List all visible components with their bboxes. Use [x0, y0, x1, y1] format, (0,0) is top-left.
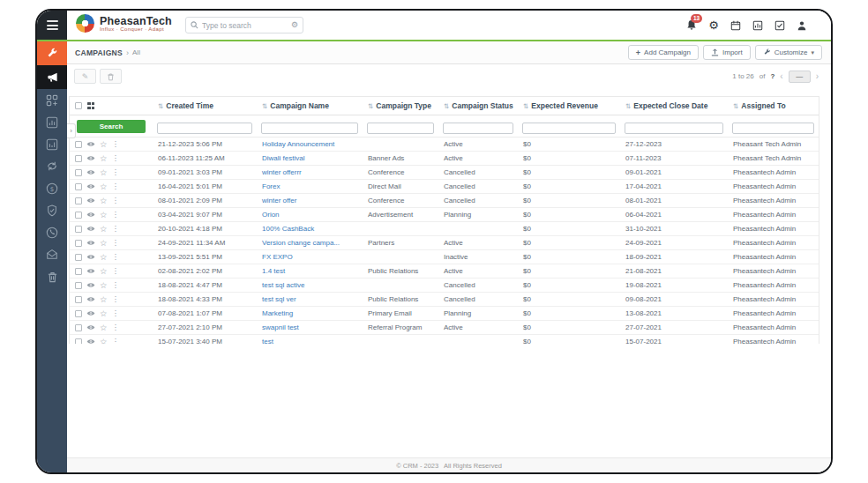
- breadcrumb-view-link[interactable]: All: [132, 48, 140, 56]
- kebab-icon[interactable]: ⋮: [112, 281, 120, 289]
- star-icon[interactable]: ☆: [100, 309, 108, 317]
- star-icon[interactable]: ☆: [100, 140, 108, 148]
- campaign-name-link[interactable]: Orion: [262, 211, 280, 219]
- star-icon[interactable]: ☆: [100, 211, 108, 219]
- eye-icon[interactable]: [86, 338, 95, 344]
- campaign-name-link[interactable]: test sql active: [262, 281, 304, 289]
- kebab-icon[interactable]: ⋮: [112, 154, 120, 162]
- star-icon[interactable]: ☆: [100, 197, 108, 204]
- campaign-name-link[interactable]: FX EXPO: [262, 253, 293, 261]
- eye-icon[interactable]: [86, 212, 95, 218]
- column-header-campaign-status[interactable]: ⇅Campaign Status: [438, 97, 518, 115]
- campaign-name-link[interactable]: test: [262, 338, 273, 344]
- edit-button[interactable]: ✎: [74, 69, 96, 84]
- eye-icon[interactable]: [86, 141, 95, 147]
- eye-icon[interactable]: [86, 197, 95, 204]
- campaign-name-link[interactable]: 1.4 test: [262, 267, 285, 275]
- table-row[interactable]: ☆ ⋮ 09-01-2021 3:03 PM winter offerrr Co…: [70, 166, 819, 180]
- column-header-assigned-to[interactable]: ⇅Assigned To: [728, 97, 819, 115]
- sidebar-item-reports[interactable]: [37, 111, 67, 133]
- kebab-icon[interactable]: ⋮: [112, 140, 120, 148]
- kebab-icon[interactable]: ⋮: [112, 295, 120, 303]
- eye-icon[interactable]: [86, 310, 95, 316]
- row-checkbox[interactable]: [75, 169, 82, 176]
- row-checkbox[interactable]: [75, 310, 82, 317]
- table-row[interactable]: ☆ ⋮ 06-11-2023 11:25 AM Diwali festival …: [70, 152, 819, 166]
- prev-page-button[interactable]: ‹: [780, 71, 782, 81]
- eye-icon[interactable]: [86, 268, 95, 274]
- list-view-grid-icon[interactable]: [87, 102, 94, 109]
- kebab-icon[interactable]: ⋮: [112, 253, 120, 261]
- star-icon[interactable]: ☆: [100, 239, 108, 247]
- table-row[interactable]: ☆ ⋮ 15-07-2021 3:40 PM test $0 15-07-202…: [70, 335, 819, 345]
- bar-chart-icon[interactable]: [752, 19, 764, 32]
- eye-icon[interactable]: [86, 169, 95, 175]
- campaign-name-link[interactable]: test sql ver: [262, 295, 296, 303]
- sidebar-item-workflows[interactable]: [37, 155, 67, 177]
- table-row[interactable]: ☆ ⋮ 20-10-2021 4:18 PM 100% CashBack $0 …: [70, 222, 819, 236]
- current-page-box[interactable]: —: [789, 71, 811, 83]
- customize-button[interactable]: Customize ▾: [755, 45, 822, 60]
- row-checkbox[interactable]: [75, 183, 82, 190]
- campaign-name-link[interactable]: 100% CashBack: [262, 225, 314, 233]
- column-header-expected-revenue[interactable]: ⇅Expected Revenue: [518, 97, 620, 115]
- sidebar-item-recycle-bin[interactable]: [37, 265, 67, 287]
- campaign-name-link[interactable]: Forex: [262, 182, 280, 190]
- campaign-name-link[interactable]: swapnil test: [262, 323, 299, 331]
- search-input[interactable]: [202, 21, 288, 30]
- filter-input-expected-revenue[interactable]: [522, 123, 616, 134]
- campaign-name-link[interactable]: winter offerrr: [262, 168, 302, 176]
- sidebar-item-mail[interactable]: [37, 243, 67, 265]
- sidebar-item-tools[interactable]: [37, 41, 67, 65]
- column-header-expected-close-date[interactable]: ⇅Expected Close Date: [620, 97, 728, 115]
- table-row[interactable]: ☆ ⋮ 07-08-2021 1:07 PM Marketing Primary…: [70, 307, 819, 321]
- eye-icon[interactable]: [86, 254, 95, 260]
- star-icon[interactable]: ☆: [100, 323, 108, 331]
- calendar-icon[interactable]: [730, 19, 742, 32]
- campaign-name-link[interactable]: Holiday Announcement: [262, 140, 334, 148]
- campaign-name-link[interactable]: winter offer: [262, 197, 296, 204]
- star-icon[interactable]: ☆: [100, 225, 108, 233]
- table-row[interactable]: ☆ ⋮ 18-08-2021 4:47 PM test sql active C…: [70, 279, 819, 293]
- filter-input-campaign-status[interactable]: [443, 123, 513, 134]
- table-row[interactable]: ☆ ⋮ 18-08-2021 4:33 PM test sql ver Publ…: [70, 293, 819, 307]
- add-campaign-button[interactable]: + Add Campaign: [628, 45, 699, 60]
- table-row[interactable]: ☆ ⋮ 02-08-2021 2:02 PM 1.4 test Public R…: [70, 264, 819, 279]
- row-checkbox[interactable]: [75, 197, 82, 204]
- next-page-button[interactable]: ›: [816, 71, 819, 81]
- column-header-campaign-name[interactable]: ⇅Campaign Name: [257, 97, 363, 115]
- sidebar-item-billing[interactable]: $: [37, 177, 67, 199]
- star-icon[interactable]: ☆: [100, 295, 108, 303]
- table-row[interactable]: ☆ ⋮ 13-09-2021 5:51 PM FX EXPO Inactive …: [70, 250, 819, 264]
- star-icon[interactable]: ☆: [100, 281, 108, 289]
- brand-logo[interactable]: PheasanTech Influx · Conquer · Adapt: [76, 14, 172, 33]
- kebab-icon[interactable]: ⋮: [112, 239, 120, 247]
- sidebar-expand-handle[interactable]: ›: [67, 123, 76, 138]
- kebab-icon[interactable]: ⋮: [112, 338, 120, 344]
- filter-input-created-time[interactable]: [157, 123, 252, 134]
- row-checkbox[interactable]: [75, 141, 82, 148]
- row-checkbox[interactable]: [75, 296, 82, 303]
- search-button[interactable]: Search: [77, 120, 146, 133]
- sidebar-item-calls[interactable]: [37, 221, 67, 243]
- hamburger-menu-button[interactable]: [37, 11, 67, 40]
- campaign-name-link[interactable]: Version change campa...: [262, 239, 340, 247]
- sidebar-item-campaigns[interactable]: [37, 65, 67, 89]
- star-icon[interactable]: ☆: [100, 253, 108, 261]
- table-row[interactable]: ☆ ⋮ 21-12-2023 5:06 PM Holiday Announcem…: [70, 137, 819, 152]
- filter-input-assigned-to[interactable]: [732, 123, 814, 134]
- sidebar-item-analytics[interactable]: [37, 133, 67, 155]
- star-icon[interactable]: ☆: [100, 154, 108, 162]
- star-icon[interactable]: ☆: [100, 182, 108, 190]
- table-row[interactable]: ☆ ⋮ 03-04-2021 9:07 PM Orion Advertiseme…: [70, 208, 819, 222]
- star-icon[interactable]: ☆: [100, 168, 108, 176]
- row-checkbox[interactable]: [75, 240, 82, 247]
- row-checkbox[interactable]: [75, 324, 82, 331]
- search-settings-icon[interactable]: ⚙: [291, 19, 298, 31]
- user-icon[interactable]: [796, 19, 808, 32]
- sidebar-item-security[interactable]: [37, 199, 67, 221]
- row-checkbox[interactable]: [75, 212, 82, 219]
- kebab-icon[interactable]: ⋮: [112, 309, 120, 317]
- kebab-icon[interactable]: ⋮: [112, 211, 120, 219]
- kebab-icon[interactable]: ⋮: [112, 225, 120, 233]
